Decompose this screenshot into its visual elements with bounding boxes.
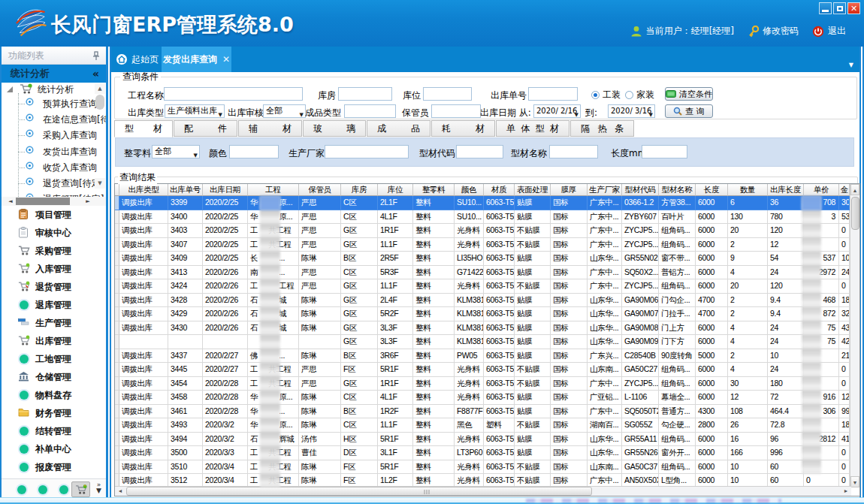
grid-row-20[interactable]: 调拨出库35102020/3/4工共工程陈琳F区5R1F整料光身料6063-T5… bbox=[115, 460, 850, 475]
grid-row-4[interactable]: 调拨出库34072020/2/25工共工程严思G区1L1F整料光身料6063-T… bbox=[115, 238, 850, 252]
whole-combo[interactable]: 全部▼ bbox=[152, 145, 200, 158]
grid-column-header[interactable]: 数量 bbox=[728, 184, 768, 196]
tree-vertical-scrollbar[interactable]: ▲ ▼ bbox=[95, 83, 105, 189]
search-button[interactable]: 查 询 bbox=[665, 104, 713, 118]
sidebar-item-4[interactable]: 入库管理 bbox=[2, 260, 106, 278]
grid-row-5[interactable]: 调拨出库34092020/2/25长...陈琳B区2R5F整料LI35HO606… bbox=[115, 252, 850, 266]
tree-item-6[interactable]: 退货查询[待定] bbox=[2, 176, 106, 192]
grid-row-9[interactable]: 调拨出库34292020/2/26石城陈琳G区5R2F整料KLM38176063… bbox=[115, 307, 850, 321]
tree-item-3[interactable]: 采购入库查询 bbox=[2, 128, 106, 143]
material-tab-3[interactable]: 辅材 bbox=[238, 120, 302, 137]
scroll-up-icon[interactable]: ▲ bbox=[95, 83, 105, 94]
tree-item-2[interactable]: 在途信息查询[待 bbox=[2, 112, 106, 128]
grid-column-header[interactable]: 生产厂家 bbox=[588, 184, 622, 196]
tab-home[interactable]: 起始页 bbox=[111, 47, 163, 72]
date-to-combo[interactable]: 2020/ 3/16▼ bbox=[608, 104, 655, 118]
grid-row-14[interactable]: 调拨出库34542020/2/28工共工程严思G区1R1F整料光身料6063-T… bbox=[115, 377, 850, 391]
sidebar-item-15[interactable]: 报废管理 bbox=[2, 458, 106, 476]
grid-row-16[interactable]: 调拨出库34612020/2/28华...陈琳B区1R2F整料F8877FT60… bbox=[115, 405, 850, 419]
sidebar-item-6[interactable]: 退库管理 bbox=[2, 296, 106, 314]
grid-column-header[interactable]: 长度 bbox=[696, 184, 728, 196]
tree-root[interactable]: 统计分析 bbox=[2, 83, 106, 96]
sidebar-item-12[interactable]: 财务管理 bbox=[2, 404, 106, 422]
sidebar-item-7[interactable]: 生产管理 bbox=[2, 314, 106, 332]
keeper-input[interactable] bbox=[431, 104, 481, 118]
tree-item-4[interactable]: 发货出库查询 bbox=[2, 144, 106, 160]
grid-column-header[interactable]: 表面处理 bbox=[515, 184, 551, 196]
sidebar-item-14[interactable]: 补单中心 bbox=[2, 440, 106, 458]
maximize-button[interactable] bbox=[833, 2, 846, 14]
product-type-input[interactable] bbox=[344, 104, 396, 118]
scroll-right-icon[interactable]: ► bbox=[841, 487, 851, 496]
grid-column-header[interactable]: 型材名称 bbox=[659, 184, 696, 196]
material-tab-1[interactable]: 型材 bbox=[114, 120, 173, 137]
grid-column-header[interactable]: 出库类型 bbox=[119, 184, 168, 196]
grid-column-header[interactable]: 出库日期 bbox=[203, 184, 248, 196]
material-tab-8[interactable]: 隔热条 bbox=[570, 120, 634, 137]
strip-cart-button[interactable] bbox=[71, 481, 90, 497]
grid-column-header[interactable]: 膜厚 bbox=[551, 184, 588, 196]
sidebar-item-1[interactable]: 项目管理 bbox=[2, 206, 106, 224]
date-from-combo[interactable]: 2020/ 2/16▼ bbox=[533, 104, 581, 118]
scroll-left-icon[interactable]: ◄ bbox=[115, 487, 125, 496]
material-tab-5[interactable]: 成品 bbox=[367, 120, 430, 137]
sidebar-item-13[interactable]: 结转管理 bbox=[2, 422, 106, 440]
change-password-button[interactable]: 修改密码 bbox=[748, 25, 799, 38]
sidebar-item-3[interactable]: 采购管理 bbox=[2, 242, 106, 260]
sidebar-item-5[interactable]: 退货管理 bbox=[2, 278, 106, 296]
grid-horizontal-scrollbar[interactable]: ◄ ► bbox=[115, 486, 851, 496]
out-type-combo[interactable]: 生产领料出库▼ bbox=[165, 104, 225, 118]
location-input[interactable] bbox=[423, 87, 472, 101]
tree-expander-icon[interactable] bbox=[7, 86, 13, 92]
grid-vscroll-thumb[interactable] bbox=[851, 197, 859, 230]
grid-row-17[interactable]: 调拨出库34932020/3/2华原...陈琳C区1L1F整料黑色塑料不贴膜国标… bbox=[115, 418, 850, 433]
strip-overflow-button[interactable]: »▼ bbox=[96, 481, 101, 493]
grid-row-15[interactable]: 调拨出库34582020/2/28华原...陈琳C区4L1F整料光身料6063-… bbox=[115, 391, 850, 405]
strip-dot-icon[interactable] bbox=[17, 485, 26, 494]
color-input[interactable] bbox=[229, 145, 279, 158]
clear-conditions-button[interactable]: 清空条件 bbox=[665, 87, 713, 101]
scroll-down-icon[interactable]: ▼ bbox=[95, 178, 105, 189]
scroll-down-icon[interactable]: ▼ bbox=[850, 476, 859, 487]
grid-row-11[interactable]: G区3L3F整料KLM38176063-T5贴膜国标山东华...GA90M09.… bbox=[115, 335, 850, 349]
scroll-left-icon[interactable]: ◄ bbox=[6, 197, 15, 206]
sidebar-item-10[interactable]: 仓储管理 bbox=[2, 368, 106, 386]
sidebar-item-8[interactable]: 出库管理 bbox=[2, 332, 106, 350]
grid-column-header[interactable]: 库房 bbox=[341, 184, 378, 196]
grid-column-header[interactable]: 单价 bbox=[804, 184, 839, 196]
grid-column-header[interactable]: 材质 bbox=[484, 184, 515, 196]
material-tab-6[interactable]: 耗材 bbox=[431, 120, 495, 137]
grid-row-3[interactable]: 调拨出库34032020/2/25工共工程严思G区1R1F整料光身料6063-T… bbox=[115, 224, 850, 238]
grid-hscroll-thumb[interactable] bbox=[126, 487, 592, 496]
tree-item-5[interactable]: 收货入库查询 bbox=[2, 160, 106, 176]
sidebar-item-2[interactable]: 审核中心 bbox=[2, 224, 106, 242]
grid-column-header[interactable]: 库位 bbox=[378, 184, 413, 196]
strip-dot-icon[interactable] bbox=[59, 485, 68, 494]
tab-active[interactable]: 发货出库查询 ✕ bbox=[162, 47, 231, 72]
grid-row-6[interactable]: 调拨出库34132020/2/26南...严思C区5R3F整料G71422606… bbox=[115, 266, 850, 280]
grid-column-header[interactable]: 型材代码 bbox=[622, 184, 659, 196]
minimize-button[interactable] bbox=[819, 2, 832, 14]
grid-column-header[interactable]: 金 bbox=[839, 184, 850, 196]
warehouse-input[interactable] bbox=[338, 87, 392, 101]
grid-column-header[interactable]: 工程 bbox=[248, 184, 299, 196]
grid-row-13[interactable]: 调拨出库34452020/2/27工共工程严思F区5R1F整料光身料6063-T… bbox=[115, 363, 850, 377]
grid-column-header[interactable]: 整零料 bbox=[413, 184, 455, 196]
audit-combo[interactable]: 全部▼ bbox=[263, 104, 306, 118]
tree-item-1[interactable]: 预算执行查询 bbox=[2, 96, 106, 112]
tabstrip-overflow-icon[interactable]: ▼ bbox=[849, 62, 853, 68]
tree-horizontal-scrollbar[interactable]: ◄ ► bbox=[2, 197, 106, 206]
grid-row-8[interactable]: 调拨出库34282020/2/26石城陈琳G区2L4F整料KLM38176063… bbox=[115, 294, 850, 308]
sidebar-section-header[interactable]: 统计分析 « bbox=[2, 65, 106, 83]
code-input[interactable] bbox=[456, 145, 503, 158]
grid-row-10[interactable]: 调拨出库34302020/2/26石城陈琳G区3L3F整料KLM38176063… bbox=[115, 321, 850, 336]
grid-row-12[interactable]: 调拨出库34372020/2/27佛...陈琳B区3R6F整料PW056063-… bbox=[115, 349, 850, 364]
maker-input[interactable] bbox=[325, 145, 409, 158]
radio-work[interactable]: 工装 bbox=[591, 89, 621, 101]
grid-column-header[interactable]: 保管员 bbox=[299, 184, 341, 196]
tree-vscroll-thumb[interactable] bbox=[95, 95, 104, 110]
name-input[interactable] bbox=[549, 145, 598, 158]
grid-row-18[interactable]: 调拨出库34942020/3/2石辉城汤伟H区5R1F整料光身料6063-T5贴… bbox=[115, 433, 850, 447]
grid-vertical-scrollbar[interactable]: ▲ ▼ bbox=[850, 184, 859, 487]
tree-hscroll-thumb[interactable] bbox=[16, 198, 70, 205]
